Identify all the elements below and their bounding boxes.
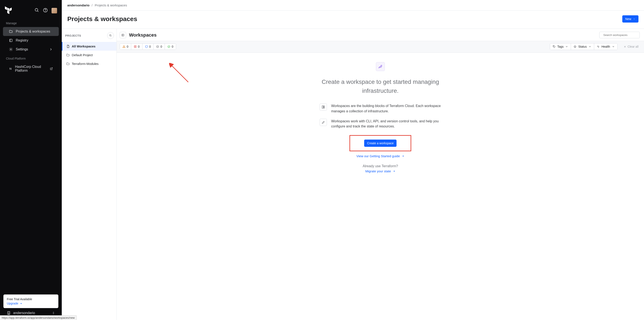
project-item-label: All Workspaces — [72, 44, 96, 48]
chevrons-up-down-icon — [52, 312, 55, 315]
sidebar: Manage Projects & workspaces Registry Se… — [0, 0, 62, 320]
empty-state: Create a workspace to get started managi… — [117, 53, 644, 320]
workspaces-title: Workspaces — [129, 32, 156, 38]
trial-title: Free Trial Available — [7, 298, 55, 301]
arrow-right-icon — [20, 302, 22, 305]
nav-section-manage: Manage — [0, 18, 62, 27]
building-icon — [7, 311, 11, 315]
registry-icon — [9, 38, 13, 42]
clear-filters[interactable]: Clear all — [620, 45, 640, 48]
warning-icon — [122, 45, 126, 48]
paused-icon — [156, 45, 159, 48]
tool-icon — [320, 119, 327, 126]
upgrade-link[interactable]: Upgrade — [7, 302, 22, 305]
svg-point-23 — [554, 46, 554, 46]
main: andersondario / Projects & workspaces Pr… — [62, 0, 644, 320]
help-icon[interactable] — [43, 8, 48, 13]
project-item-label: Default Project — [72, 53, 93, 57]
svg-point-22 — [168, 45, 170, 48]
layout-icon — [320, 103, 327, 111]
folder-icon — [66, 53, 70, 57]
sidebar-item-registry[interactable]: Registry — [3, 36, 59, 45]
sidebar-item-hcp[interactable]: HashiCorp Cloud Platform — [3, 62, 59, 75]
chevron-down-icon — [612, 45, 615, 48]
empty-info-1: Workspaces are the building blocks of Te… — [331, 103, 441, 114]
external-link-icon — [50, 67, 53, 71]
avatar[interactable] — [52, 8, 57, 13]
chevron-right-icon — [49, 47, 53, 51]
svg-line-1 — [38, 11, 38, 12]
status-ok[interactable]: 0 — [165, 44, 176, 49]
new-button[interactable]: New — [622, 15, 638, 22]
workspaces-panel: Workspaces 0 0 0 0 0 Tags — [117, 29, 644, 320]
status-running[interactable]: 0 — [142, 44, 154, 49]
svg-point-5 — [10, 49, 12, 50]
filter-tags[interactable]: Tags — [550, 43, 571, 50]
create-workspace-button[interactable]: Create a workspace — [364, 140, 397, 147]
status-counters: 0 0 0 0 0 — [120, 43, 176, 50]
empty-info-2: Workspaces work with CLI, API, and versi… — [331, 119, 441, 129]
trial-card: Free Trial Available Upgrade — [4, 295, 58, 308]
folder-icon — [9, 29, 13, 33]
arrow-right-icon — [402, 155, 404, 157]
projects-panel: PROJECTS All WorkspacesDefault ProjectTe… — [62, 29, 117, 320]
svg-rect-4 — [10, 39, 12, 42]
svg-point-8 — [110, 34, 111, 36]
svg-line-9 — [111, 36, 112, 36]
terraform-logo-icon[interactable] — [5, 6, 12, 15]
sidebar-item-settings[interactable]: Settings — [3, 45, 59, 54]
status-icon — [574, 45, 576, 48]
browser-status-url: https://app.terraform.io/app/andersondar… — [0, 315, 77, 320]
chevron-down-icon — [588, 45, 592, 48]
rocket-icon — [376, 62, 385, 71]
svg-rect-29 — [324, 107, 324, 108]
gear-icon — [9, 47, 13, 51]
success-icon — [168, 45, 170, 48]
empty-title: Create a workspace to get started managi… — [321, 77, 440, 95]
getting-started-link[interactable]: View our Getting Started guide — [356, 154, 404, 158]
hcp-icon — [9, 67, 12, 71]
project-item[interactable]: All Workspaces — [62, 42, 116, 51]
collapse-projects-button[interactable] — [120, 32, 126, 38]
error-icon — [134, 45, 137, 48]
tag-icon — [553, 45, 556, 48]
svg-rect-27 — [322, 106, 323, 108]
breadcrumb-page: Projects & workspaces — [95, 3, 127, 7]
projects-label: PROJECTS — [65, 34, 81, 37]
svg-point-19 — [156, 45, 159, 48]
arrow-right-icon — [393, 170, 396, 173]
project-item[interactable]: Terraform-Modules — [62, 59, 116, 68]
workspaces-search[interactable] — [599, 32, 640, 38]
status-error[interactable]: 0 — [131, 44, 142, 49]
status-warn[interactable]: 0 — [120, 44, 131, 49]
workspaces-search-input[interactable] — [603, 33, 639, 36]
panel-collapse-icon — [122, 34, 124, 36]
filter-health[interactable]: Health — [594, 43, 617, 50]
project-item-label: Terraform-Modules — [72, 62, 98, 65]
running-icon — [145, 45, 148, 48]
activity-icon — [597, 45, 600, 48]
sidebar-item-projects[interactable]: Projects & workspaces — [3, 27, 59, 36]
svg-rect-28 — [324, 106, 324, 107]
project-item[interactable]: Default Project — [62, 51, 116, 59]
filter-status[interactable]: Status — [571, 43, 594, 50]
search-icon[interactable] — [34, 8, 39, 13]
migrate-state-link[interactable]: Migrate your state — [365, 169, 395, 173]
folder-icon — [66, 62, 70, 65]
file-icon — [66, 45, 70, 48]
chevron-down-icon — [633, 18, 636, 20]
page-title: Projects & workspaces — [67, 15, 137, 22]
projects-search-button[interactable] — [107, 32, 114, 39]
already-use: Already use Terraform? — [363, 164, 398, 168]
svg-point-0 — [35, 8, 38, 11]
search-icon — [109, 34, 112, 37]
breadcrumb: andersondario / Projects & workspaces — [62, 0, 644, 11]
breadcrumb-org[interactable]: andersondario — [67, 3, 90, 7]
status-paused[interactable]: 0 — [154, 44, 165, 49]
svg-point-15 — [124, 47, 124, 47]
close-icon — [624, 45, 626, 48]
chevron-down-icon — [565, 45, 568, 48]
nav-section-cloud: Cloud Platform — [0, 54, 62, 62]
highlighted-cta: Create a workspace — [350, 135, 412, 151]
